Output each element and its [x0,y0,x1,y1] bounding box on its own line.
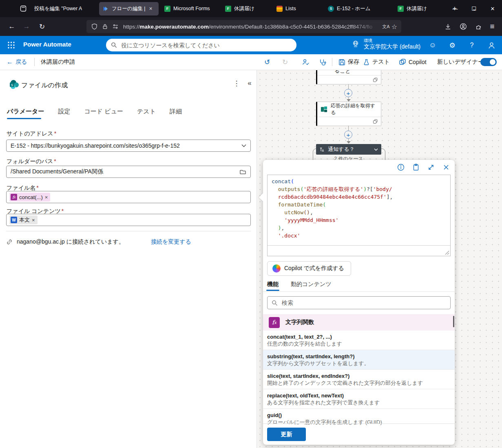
expand-diagonal-icon[interactable] [427,164,435,171]
expression-code-editor[interactable]: concat( outputs('応答の詳細を取得する')?['body/ rc… [267,175,451,256]
tab-settings[interactable]: 設定 [58,108,70,115]
url-scheme: https:// [123,24,140,30]
chevron-down-icon[interactable] [374,148,378,151]
file-content-input[interactable]: W 本文 × [6,214,251,226]
paste-clipboard-icon[interactable] [412,164,420,171]
popup-footer: 更新 [263,424,455,445]
insert-action-plus-button[interactable]: + [344,131,352,139]
browser-tab-bar: 投稿を編集 "Power A フローの編集 | × F Microsoft Fo… [0,0,502,17]
close-icon[interactable] [442,164,450,171]
waffle-app-launcher-icon[interactable] [7,41,15,49]
save-label: 保存 [348,58,359,66]
shield-icon[interactable] [89,23,100,30]
tab-parameters[interactable]: パラメーター [7,108,44,115]
resource-search-box[interactable] [106,39,296,51]
connection-reference-icon[interactable] [373,119,378,124]
reload-button[interactable]: ↻ [36,20,48,33]
browser-tab[interactable]: Lists [273,2,322,16]
new-designer-toggle[interactable] [480,54,497,70]
more-options-icon[interactable]: ⋮ [232,79,241,88]
tab-about[interactable]: 詳細 [170,108,182,115]
function-search-input[interactable] [281,299,446,306]
resource-search-input[interactable] [120,42,292,49]
forward-button[interactable]: → [20,20,33,33]
browser-tab[interactable]: F Microsoft Forms [161,2,219,16]
window-minimize-button[interactable]: — [446,0,464,17]
connector-line [348,84,349,89]
site-address-select[interactable]: E-152 - https://bunkyogakuin.sharepoint.… [6,140,251,152]
node-label: 応答の詳細を取得する [331,102,378,116]
flow-checker-icon[interactable] [302,54,310,70]
back-button[interactable]: ← [6,20,18,33]
expression-token-chip[interactable]: fx concat(...) × [9,193,50,202]
firefox-view-icon[interactable] [18,3,29,14]
browser-tab-active[interactable]: フローの編集 | × [99,2,159,16]
resize-grip-icon[interactable] [445,251,449,255]
browser-tab[interactable]: S E-152 - ホーム [324,2,392,16]
flow-analyzer-stethoscope-icon[interactable] [319,54,327,70]
function-search-box[interactable] [267,296,451,309]
tab-code-view[interactable]: コード ビュー [84,108,123,115]
remove-token-icon[interactable]: × [32,217,35,223]
action-details-panel: S ファイルの作成 ⋮ « パラメーター 設定 コード ビュー テスト 詳細 サ… [0,70,257,448]
file-name-input[interactable]: fx concat(...) × [6,191,251,203]
window-close-button[interactable]: ✕ [483,0,502,17]
undo-icon[interactable]: ↺ [264,54,270,70]
connection-reference-icon[interactable] [373,77,378,82]
flow-canvas[interactable]: ること + 応答の詳細を取得する + 通知する？ 2 件のケース [257,70,502,448]
insert-action-plus-button[interactable]: + [344,89,352,97]
environment-picker[interactable]: 環境 文京学院大学 (default) [352,38,420,50]
remove-token-icon[interactable]: × [45,194,48,200]
flow-node-switch-notify[interactable]: 通知する？ [316,144,381,155]
flow-node-partial[interactable]: ること [316,70,381,84]
tab-test[interactable]: テスト [137,108,156,115]
function-signature: slice(text, startIndex, endIndex?) [267,373,451,379]
node-label-clipped: ること [317,70,381,75]
function-list-item[interactable]: concat(text_1, text_2?, ...) 任意の数の文字列を結合… [263,330,455,350]
expression-code[interactable]: concat( outputs('応答の詳細を取得する')?['body/ rc… [268,175,450,241]
translate-icon[interactable]: 文A [382,24,389,30]
bookmark-star-icon[interactable]: ☆ [391,23,397,31]
save-button[interactable]: 保存 [338,54,359,70]
account-person-icon[interactable] [486,40,497,51]
permissions-icon[interactable] [110,23,121,30]
settings-gear-icon[interactable]: ⚙ [447,40,458,51]
app-name[interactable]: Power Automate [23,41,71,48]
dynamic-content-token-chip[interactable]: W 本文 × [9,215,38,224]
test-button[interactable]: テスト [363,54,390,70]
hamburger-menu-icon[interactable]: ≡ [486,20,498,33]
lock-icon[interactable] [100,23,110,30]
download-icon[interactable] [442,20,454,33]
function-list-item[interactable]: slice(text, startIndex, endIndex?) 開始と終了… [263,370,455,389]
connector-arrowhead [347,141,351,144]
help-icon[interactable]: ? [466,40,478,51]
function-list-item[interactable]: replace(text, oldText, newText) ある文字列を指定… [263,389,455,409]
url-bar[interactable]: https://make.powerautomate.com/environme… [86,20,401,33]
tab-close-icon[interactable]: × [149,5,153,12]
extensions-puzzle-icon[interactable] [472,20,484,33]
folder-picker-icon[interactable] [239,169,246,175]
copilot-button[interactable]: Copilot [399,54,427,70]
tab-functions[interactable]: 機能 [267,281,279,288]
copilot-create-expression-button[interactable]: Copilot で式を作成する [267,261,351,276]
folder-path-input[interactable]: /Shared Documents/General/PA関係 [6,166,251,178]
copilot-button-label: Copilot で式を作成する [284,265,344,272]
feedback-smiley-icon[interactable]: ☺ [427,40,438,51]
browser-tab[interactable]: F 休講届け [221,2,271,16]
window-maximize-button[interactable]: ☐ [464,0,483,17]
change-connection-link[interactable]: 接続を変更する [151,238,191,246]
flow-node-get-response-details[interactable]: 応答の詳細を取得する [316,102,381,126]
tab-dynamic-content[interactable]: 動的コンテンツ [291,281,332,288]
collapse-panel-icon[interactable]: « [245,79,254,87]
function-category-header[interactable]: fx 文字列関数 [263,314,455,330]
info-icon[interactable] [397,164,405,171]
browser-tab[interactable]: 投稿を編集 "Power A [31,2,97,16]
back-to-flow-button[interactable]: ← 戻る [7,54,27,70]
scrollbar-thumb[interactable] [453,316,454,327]
dynamic-content-token-label: 本文 [19,216,30,224]
tab-label: 投稿を編集 "Power A [34,5,82,12]
account-profile-icon[interactable] [457,20,469,33]
update-expression-button[interactable]: 更新 [267,428,306,441]
browser-tab[interactable]: F 休講届け [394,2,443,16]
function-list-item-highlighted[interactable]: substring(text, startIndex, length?) 文字列… [263,350,455,370]
